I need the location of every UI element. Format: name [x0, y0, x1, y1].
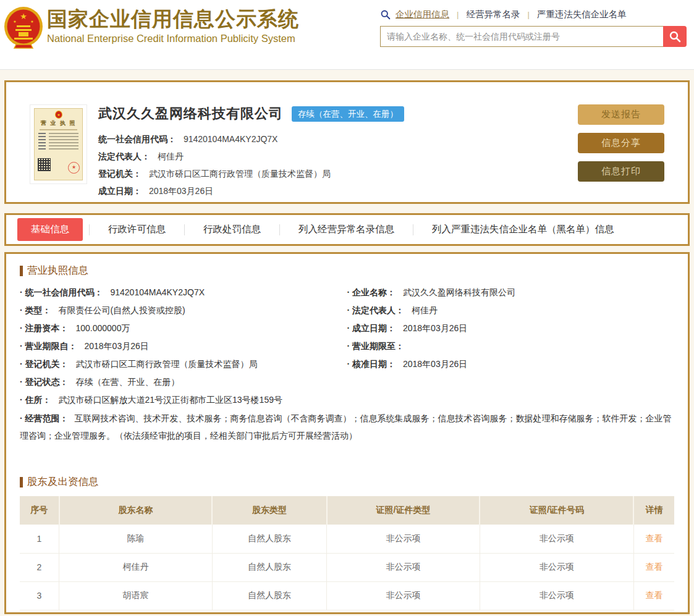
status-badge: 存续（在营、开业、在册） — [292, 106, 404, 122]
svg-text:★: ★ — [13, 20, 16, 23]
site-header: ★ ★ ★ 国家企业信用信息公示系统 National Enterprise C… — [0, 0, 694, 70]
business-license-thumbnail[interactable]: ★ 营 业 执 照 ★ — [30, 104, 87, 184]
column-header-cert-no: 证照/证件号码 — [480, 496, 633, 525]
search-icon — [669, 30, 681, 43]
field-label: · 统一社会信用代码： — [20, 287, 103, 297]
site-subtitle: National Enterprise Credit Information P… — [47, 33, 299, 44]
license-text-line — [38, 142, 78, 143]
field-label: 登记机关： — [98, 169, 142, 179]
license-fields-grid: · 统一社会信用代码： 91420104MA4KY2JQ7X · 类型： 有限责… — [20, 284, 674, 409]
field-value: 武汉市硚口区解放大道21号汉正街都市工业区13号楼159号 — [58, 395, 282, 405]
top-nav: 企业信用信息 | 经营异常名录 | 严重违法失信企业名单 — [380, 9, 687, 20]
field-value: 柯佳丹 — [158, 151, 184, 161]
license-text-line — [38, 136, 78, 137]
field-label: · 类型： — [20, 305, 51, 315]
field-label: · 营业期限至： — [347, 341, 405, 351]
license-red-seal: ★ — [68, 162, 80, 174]
summary-field-uscc: 统一社会信用代码： 91420104MA4KY2JQ7X — [98, 130, 404, 148]
field-row-legal-rep: · 法定代表人： 柯佳丹 — [347, 302, 675, 319]
tab-administrative-penalty[interactable]: 行政处罚信息 — [203, 218, 261, 241]
nav-divider: | — [527, 10, 529, 19]
business-license-image: ★ 营 业 执 照 ★ — [34, 108, 83, 180]
field-value: 2018年03月26日 — [149, 186, 213, 196]
field-label: · 登记状态： — [20, 377, 69, 387]
view-detail-link[interactable]: 查看 — [645, 562, 662, 572]
tab-bar: 基础信息 行政许可信息 行政处罚信息 列入经营异常名录信息 列入严重违法失信企业… — [4, 213, 690, 246]
cell-type: 自然人股东 — [212, 525, 326, 553]
table-row: 3 胡语宸 自然人股东 非公示项 非公示项 查看 — [20, 581, 674, 610]
search-input[interactable] — [380, 26, 663, 47]
field-value: 2018年03月26日 — [84, 341, 148, 351]
field-value: 互联网技术咨询、技术开发、技术服务；商务信息咨询（不含商务调查）；信息系统集成服… — [20, 413, 671, 441]
license-emblem-icon: ★ — [55, 111, 62, 119]
field-row-business-scope: · 经营范围： 互联网技术咨询、技术开发、技术服务；商务信息咨询（不含商务调查）… — [20, 410, 674, 444]
field-row-company-type: · 类型： 有限责任公司(自然人投资或控股) — [20, 302, 347, 319]
nav-link-enterprise-credit[interactable]: 企业信用信息 — [396, 9, 449, 20]
field-value: 2018年03月26日 — [403, 323, 467, 333]
tab-serious-violations-blacklist[interactable]: 列入严重违法失信企业名单（黑名单）信息 — [432, 218, 614, 241]
print-info-button[interactable]: 信息打印 — [578, 161, 664, 182]
nav-link-abnormal-operations[interactable]: 经营异常名录 — [466, 9, 520, 20]
company-name: 武汉久久盈网络科技有限公司 — [98, 104, 283, 123]
summary-field-establishment-date: 成立日期： 2018年03月26日 — [98, 182, 404, 200]
view-detail-link[interactable]: 查看 — [645, 533, 662, 543]
company-summary-card: ★ 营 业 执 照 ★ 武汉久久盈网络科技有限公司 存续（在营、开业、在册） 统… — [4, 80, 690, 204]
tab-divider — [413, 224, 413, 235]
field-label: · 住所： — [20, 395, 51, 405]
search-button[interactable] — [663, 26, 687, 47]
license-text-line — [38, 145, 78, 146]
column-header-detail: 详情 — [633, 496, 674, 525]
cell-seq: 2 — [20, 553, 59, 581]
field-row-registration-status: · 登记状态： 存续（在营、开业、在册） — [20, 373, 347, 391]
send-report-button[interactable]: 发送报告 — [578, 104, 664, 125]
cell-cert-type: 非公示项 — [327, 525, 480, 553]
field-value: 100.000000万 — [75, 323, 130, 333]
site-logo: ★ ★ ★ — [4, 5, 47, 49]
nav-link-serious-violations[interactable]: 严重违法失信企业名单 — [537, 9, 627, 20]
field-value: 有限责任公司(自然人投资或控股) — [58, 305, 185, 315]
svg-text:★: ★ — [57, 113, 60, 117]
column-header-type: 股东类型 — [212, 496, 326, 525]
field-label: 统一社会信用代码： — [98, 134, 176, 144]
site-title: 国家企业信用信息公示系统 — [47, 7, 299, 31]
tab-abnormal-operations-list[interactable]: 列入经营异常名录信息 — [298, 218, 394, 241]
field-row-approval-date: · 核准日期： 2018年03月26日 — [347, 355, 675, 373]
column-header-seq: 序号 — [20, 496, 59, 525]
field-row-address: · 住所： 武汉市硚口区解放大道21号汉正街都市工业区13号楼159号 — [20, 391, 347, 409]
field-value: 存续（在营、开业、在册） — [75, 377, 179, 387]
field-row-company-name: · 企业名称： 武汉久久盈网络科技有限公司 — [347, 284, 675, 302]
license-fields-left-column: · 统一社会信用代码： 91420104MA4KY2JQ7X · 类型： 有限责… — [20, 284, 347, 409]
tab-administrative-license[interactable]: 行政许可信息 — [108, 218, 166, 241]
cell-name: 柯佳丹 — [59, 553, 213, 581]
tab-basic-info[interactable]: 基础信息 — [17, 218, 83, 241]
summary-field-legal-rep: 法定代表人： 柯佳丹 — [98, 148, 404, 165]
field-label: · 企业名称： — [347, 287, 396, 297]
field-value: 武汉久久盈网络科技有限公司 — [403, 287, 515, 297]
cell-detail: 查看 — [633, 525, 674, 553]
license-qr-code — [38, 158, 51, 171]
field-label: · 成立日期： — [347, 323, 396, 333]
basic-info-panel: 营业执照信息 · 统一社会信用代码： 91420104MA4KY2JQ7X · … — [4, 252, 690, 614]
table-row: 2 柯佳丹 自然人股东 非公示项 非公示项 查看 — [20, 553, 674, 581]
summary-field-registration-authority: 登记机关： 武汉市硚口区工商行政管理（质量技术监督）局 — [98, 165, 404, 182]
cell-type: 自然人股东 — [212, 581, 326, 610]
field-value: 91420104MA4KY2JQ7X — [184, 134, 278, 144]
field-row-establishment-date: · 成立日期： 2018年03月26日 — [347, 319, 675, 337]
field-label: · 法定代表人： — [347, 305, 405, 315]
field-row-term-from: · 营业期限自： 2018年03月26日 — [20, 337, 347, 355]
search-icon — [380, 9, 391, 20]
national-emblem-icon: ★ ★ ★ — [4, 6, 43, 49]
field-value: 武汉市硚口区工商行政管理（质量技术监督）局 — [149, 169, 331, 179]
field-label: · 注册资本： — [20, 323, 69, 333]
column-header-cert-type: 证照/证件类型 — [327, 496, 480, 525]
view-detail-link[interactable]: 查看 — [645, 590, 662, 600]
cell-detail: 查看 — [633, 553, 674, 581]
license-text-line — [38, 139, 78, 140]
license-fields-right-column: · 企业名称： 武汉久久盈网络科技有限公司 · 法定代表人： 柯佳丹 · 成立日… — [347, 284, 675, 409]
share-info-button[interactable]: 信息分享 — [578, 133, 664, 153]
summary-actions: 发送报告 信息分享 信息打印 — [578, 104, 664, 190]
field-label: · 核准日期： — [347, 359, 396, 369]
svg-text:★: ★ — [30, 20, 33, 23]
cell-seq: 1 — [20, 525, 59, 553]
column-header-name: 股东名称 — [59, 496, 213, 525]
